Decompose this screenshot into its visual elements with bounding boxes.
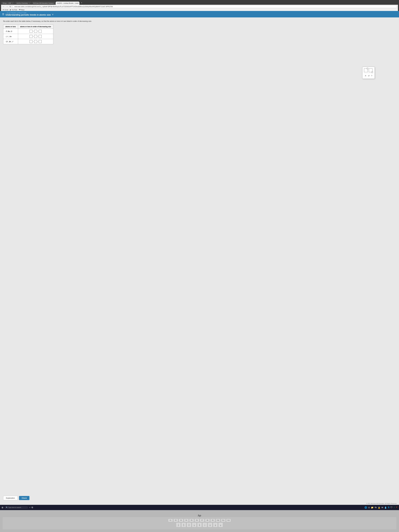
s-icon[interactable]: S bbox=[388, 506, 389, 509]
tab-aleks-chem[interactable]: ALEKs Chemistry ✕ bbox=[15, 2, 31, 5]
fn-key-f4[interactable]: F4 bbox=[184, 519, 189, 522]
table-row: I, I−, Xe · · bbox=[3, 34, 53, 39]
dot-separator: · bbox=[33, 30, 33, 32]
address-bar[interactable]: www-awn.aleks.com/alekscgi/x/Isl.exe/1o_… bbox=[13, 5, 397, 8]
fn-key-f7[interactable]: F7 bbox=[200, 519, 204, 522]
fn-key-f2[interactable]: F2 bbox=[173, 519, 178, 522]
windows-start-button[interactable]: ⊞ bbox=[2, 506, 3, 509]
bookmark-gmail[interactable]: ✉ Gmail bbox=[3, 9, 8, 11]
table-row: Cl−, Br−, I− · · bbox=[3, 39, 53, 44]
fn-key-f11[interactable]: F11 bbox=[221, 519, 226, 522]
explanation-button[interactable]: Explanation bbox=[3, 496, 18, 500]
atom-box-1[interactable] bbox=[30, 35, 32, 38]
key-5[interactable]: ^5 bbox=[192, 522, 196, 527]
dot-separator: · bbox=[38, 30, 38, 32]
taskbar-cortana-icon[interactable]: ○ bbox=[29, 506, 31, 509]
taskbar-search[interactable]: 🔍 Type here to search bbox=[4, 506, 28, 509]
aleks-content: Re-order each list in the table below, i… bbox=[0, 17, 399, 494]
key-4[interactable]: %4 bbox=[187, 522, 191, 527]
close-icon[interactable]: ✕ bbox=[55, 2, 55, 4]
store-icon[interactable]: 🛍 bbox=[375, 506, 377, 509]
mail-icon[interactable]: ✉ bbox=[381, 506, 383, 509]
panel-help-button[interactable]: ? bbox=[370, 74, 373, 77]
atoms-table: atoms or ions atoms or ions in order of … bbox=[3, 25, 53, 44]
panel-top-row bbox=[364, 69, 373, 72]
check-button[interactable]: Check bbox=[19, 496, 29, 500]
key-3[interactable]: $3 bbox=[181, 522, 186, 527]
panel-undo-button[interactable]: ↺ bbox=[367, 74, 370, 77]
panel-box-superscript[interactable] bbox=[364, 69, 368, 72]
key-0[interactable]: _0 bbox=[218, 522, 223, 527]
atom-box-3[interactable] bbox=[39, 40, 42, 43]
edge-icon[interactable]: 🌐 bbox=[364, 506, 367, 509]
copyright-text: © 2021 McGraw-Hill Education. All Rights… bbox=[0, 502, 399, 505]
chrome-icon[interactable]: ⊙ bbox=[368, 506, 370, 509]
dropbox-icon[interactable]: 💧 bbox=[384, 506, 387, 509]
key-2[interactable]: #2 bbox=[176, 522, 181, 527]
fn-key-f5[interactable]: F5 bbox=[189, 519, 194, 522]
back-button[interactable]: ← bbox=[2, 5, 5, 8]
aleks-header-text: ○ ELECTRONIC STRUCTURE Understanding per… bbox=[6, 12, 51, 16]
bookmark-youtube[interactable]: ▶ YouTube bbox=[10, 9, 17, 11]
fn-key-f1[interactable]: F1 bbox=[168, 519, 173, 522]
key-6[interactable]: &6 bbox=[197, 522, 202, 527]
aleks-title: Understanding periodic trends in atomic … bbox=[6, 14, 51, 16]
powerpoint-icon[interactable]: P bbox=[396, 506, 397, 509]
atom-box-3[interactable] bbox=[39, 35, 42, 38]
keyboard-area: F1 F2 F3 F4 F5 F6 F7 F8 F9 F10 F11 F12 #… bbox=[3, 517, 396, 529]
tab-aleks-active[interactable]: ALEKS – Lindsay Brooks – Learn ✕ bbox=[56, 2, 79, 5]
key-9[interactable]: )9 bbox=[213, 522, 218, 527]
atom-box-2[interactable] bbox=[34, 40, 37, 43]
fn-key-f9[interactable]: F9 bbox=[210, 519, 215, 522]
boxes-cell[interactable]: · · bbox=[18, 29, 53, 34]
bookmark-label: YouTube bbox=[12, 9, 17, 11]
lock-icon[interactable]: 🔒 bbox=[378, 506, 380, 509]
boxes-cell[interactable]: · · bbox=[18, 34, 53, 39]
atoms-cell: I, I−, Xe bbox=[3, 34, 18, 39]
element-picker-panel: ✕ ↺ ? bbox=[362, 67, 375, 79]
atom-box-2[interactable] bbox=[34, 35, 37, 38]
fn-key-f6[interactable]: F6 bbox=[195, 519, 199, 522]
file-icon[interactable]: 📁 bbox=[371, 506, 374, 509]
panel-box-subscript[interactable] bbox=[369, 69, 373, 72]
norton-icon[interactable]: 🛡 bbox=[390, 506, 393, 509]
key-8[interactable]: (8 bbox=[208, 522, 212, 527]
search-placeholder: Type here to search bbox=[8, 507, 21, 508]
fn-key-f10[interactable]: F10 bbox=[215, 519, 220, 522]
dot-separator: · bbox=[38, 35, 38, 38]
bookmark-label: Maps bbox=[21, 9, 25, 11]
col2-header: atoms or ions in order of decreasing siz… bbox=[18, 25, 53, 29]
new-tab-button[interactable]: + bbox=[80, 1, 83, 5]
tab-mcgraw[interactable]: McGraw-Hill Education Campus ✕ bbox=[32, 2, 55, 5]
atom-box-1[interactable] bbox=[30, 30, 32, 33]
dot-separator: · bbox=[33, 35, 33, 38]
tab-wings[interactable]: Wings – UNF ✕ bbox=[1, 2, 15, 5]
atom-box-2[interactable] bbox=[34, 30, 37, 33]
hp-logo: hp bbox=[198, 514, 201, 517]
tab-label: ALEKs Chemistry bbox=[17, 2, 28, 4]
tab-label: ALEKS – Lindsay Brooks – Learn bbox=[57, 2, 79, 4]
panel-close-button[interactable]: ✕ bbox=[364, 74, 367, 77]
close-icon[interactable]: ✕ bbox=[12, 2, 13, 4]
atom-box-1[interactable] bbox=[30, 40, 32, 43]
function-key-row: F1 F2 F3 F4 F5 F6 F7 F8 F9 F10 F11 F12 bbox=[4, 519, 395, 522]
instruction-text: Re-order each list in the table below, i… bbox=[3, 20, 396, 22]
forward-button[interactable]: → bbox=[6, 5, 8, 8]
fn-key-f12[interactable]: F12 bbox=[226, 519, 231, 522]
excel-icon[interactable]: X bbox=[394, 506, 395, 509]
search-icon: 🔍 bbox=[6, 507, 8, 508]
bookmark-maps[interactable]: 🗺 Maps bbox=[19, 9, 25, 11]
close-icon[interactable]: ✕ bbox=[29, 2, 30, 4]
boxes-cell[interactable]: · · bbox=[18, 39, 53, 44]
taskbar-multitask-icon[interactable]: ⧉ bbox=[32, 506, 33, 509]
chevron-down-icon[interactable]: ∨ bbox=[52, 13, 54, 16]
fn-key-f8[interactable]: F8 bbox=[205, 519, 210, 522]
laptop-body: hp F1 F2 F3 F4 F5 F6 F7 F8 F9 F10 F11 F1… bbox=[0, 510, 399, 532]
fn-key-f3[interactable]: F3 bbox=[179, 519, 184, 522]
key-7[interactable]: *7 bbox=[203, 522, 207, 527]
hamburger-icon[interactable]: ☰ bbox=[2, 13, 4, 16]
maps-icon: 🗺 bbox=[19, 9, 20, 11]
refresh-button[interactable]: ↻ bbox=[9, 5, 12, 8]
atom-box-3[interactable] bbox=[39, 30, 42, 33]
gmail-icon: ✉ bbox=[3, 9, 4, 11]
